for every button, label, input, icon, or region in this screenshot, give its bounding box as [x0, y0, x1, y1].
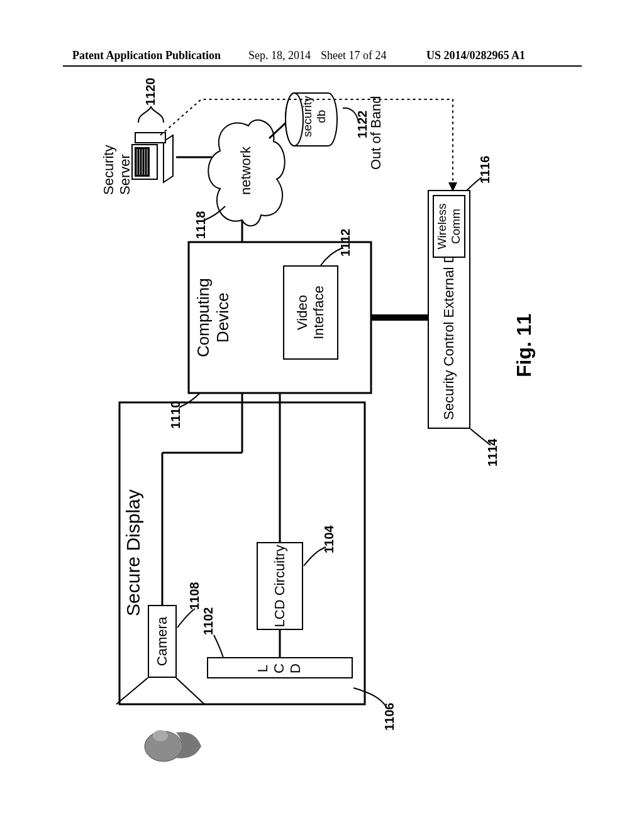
publication-label: Patent Application Publication — [72, 49, 221, 62]
ref-1102: 1102 — [201, 607, 216, 636]
network-label: network — [238, 147, 254, 195]
ref-1118: 1118 — [194, 211, 208, 240]
diagram-inner: Secure Display Camera L C D LCD Circuitr… — [94, 94, 547, 742]
ref-1104: 1104 — [322, 526, 336, 554]
ref-1116: 1116 — [478, 156, 492, 184]
diagram-zone: Secure Display Camera L C D LCD Circuitr… — [94, 94, 547, 742]
ref-1108: 1108 — [187, 582, 202, 611]
sheet-number: Sheet 17 of 24 — [321, 49, 386, 62]
wireless-comm-box: Wireless Comm — [433, 195, 465, 258]
docnum: US 2014/0282965 A1 — [426, 49, 525, 62]
figure-label: Fig. 11 — [513, 314, 536, 377]
wireless-comm-label: Wireless Comm — [435, 196, 463, 257]
video-interface-label: Video Interface — [294, 267, 327, 358]
lcd-circuitry-box: LCD Circuitry — [257, 542, 303, 630]
svg-line-1 — [116, 678, 148, 704]
camera-label: Camera — [154, 617, 170, 666]
lcd-label: L C D — [255, 663, 304, 673]
security-db-label: security db — [301, 96, 328, 137]
ref-1106: 1106 — [382, 703, 397, 731]
svg-line-2 — [176, 678, 204, 704]
ref-1114: 1114 — [486, 439, 500, 467]
security-server-label: Security Server — [101, 145, 133, 195]
server-icon — [132, 133, 173, 182]
camera-box: Camera — [148, 605, 177, 678]
header-rule — [63, 65, 582, 67]
computing-device-title: Computing Device — [194, 278, 233, 357]
ref-1112: 1112 — [338, 229, 353, 257]
patent-page: Patent Application Publication Sep. 18, … — [0, 0, 644, 830]
secure-display-title: Secure Display — [123, 489, 144, 616]
publication-date: Sep. 18, 2014 — [248, 49, 311, 62]
ref-1120: 1120 — [143, 78, 158, 106]
svg-point-4 — [153, 730, 168, 741]
ref-1122: 1122 — [355, 111, 370, 139]
out-of-band-label: Out of Band — [368, 96, 384, 170]
video-interface-box: Video Interface — [283, 265, 338, 360]
lcd-circuitry-label: LCD Circuitry — [272, 545, 288, 628]
ref-1110: 1110 — [169, 401, 183, 429]
